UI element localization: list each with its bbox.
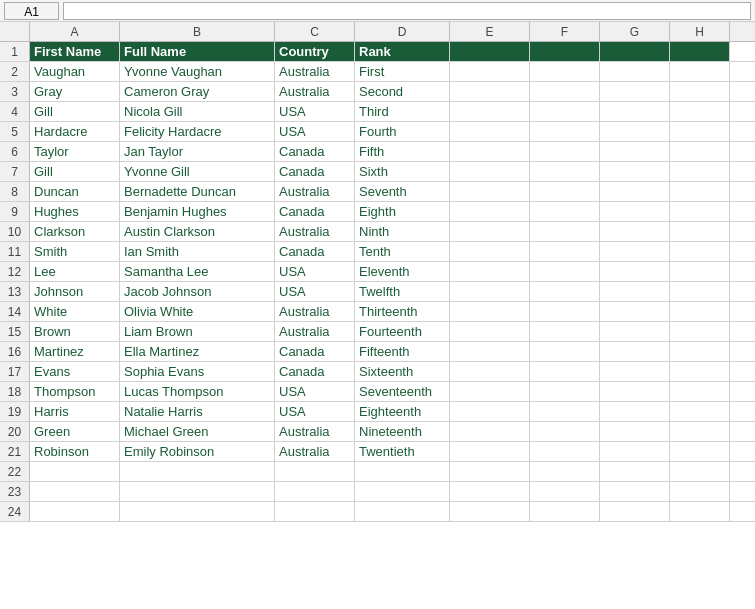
cell-b22[interactable] xyxy=(120,462,275,481)
cell-b24[interactable] xyxy=(120,502,275,521)
cell-e17[interactable] xyxy=(450,362,530,381)
cell-f19[interactable] xyxy=(530,402,600,421)
cell-h2[interactable] xyxy=(670,62,730,81)
col-header-b[interactable]: B xyxy=(120,22,275,41)
cell-a21[interactable]: Robinson xyxy=(30,442,120,461)
cell-a12[interactable]: Lee xyxy=(30,262,120,281)
cell-a14[interactable]: White xyxy=(30,302,120,321)
cell-d4[interactable]: Third xyxy=(355,102,450,121)
cell-h4[interactable] xyxy=(670,102,730,121)
cell-e15[interactable] xyxy=(450,322,530,341)
cell-f21[interactable] xyxy=(530,442,600,461)
cell-b7[interactable]: Yvonne Gill xyxy=(120,162,275,181)
cell-g8[interactable] xyxy=(600,182,670,201)
cell-g2[interactable] xyxy=(600,62,670,81)
cell-f17[interactable] xyxy=(530,362,600,381)
cell-g16[interactable] xyxy=(600,342,670,361)
cell-h19[interactable] xyxy=(670,402,730,421)
cell-b16[interactable]: Ella Martinez xyxy=(120,342,275,361)
cell-g10[interactable] xyxy=(600,222,670,241)
cell-f5[interactable] xyxy=(530,122,600,141)
cell-g14[interactable] xyxy=(600,302,670,321)
cell-a1[interactable]: First Name xyxy=(30,42,120,61)
cell-c2[interactable]: Australia xyxy=(275,62,355,81)
cell-d9[interactable]: Eighth xyxy=(355,202,450,221)
cell-c6[interactable]: Canada xyxy=(275,142,355,161)
cell-a10[interactable]: Clarkson xyxy=(30,222,120,241)
cell-h17[interactable] xyxy=(670,362,730,381)
cell-a24[interactable] xyxy=(30,502,120,521)
cell-d3[interactable]: Second xyxy=(355,82,450,101)
cell-h23[interactable] xyxy=(670,482,730,501)
cell-c7[interactable]: Canada xyxy=(275,162,355,181)
cell-d22[interactable] xyxy=(355,462,450,481)
cell-g21[interactable] xyxy=(600,442,670,461)
cell-b18[interactable]: Lucas Thompson xyxy=(120,382,275,401)
cell-e21[interactable] xyxy=(450,442,530,461)
col-header-f[interactable]: F xyxy=(530,22,600,41)
cell-d14[interactable]: Thirteenth xyxy=(355,302,450,321)
cell-g3[interactable] xyxy=(600,82,670,101)
cell-c3[interactable]: Australia xyxy=(275,82,355,101)
col-header-c[interactable]: C xyxy=(275,22,355,41)
cell-b3[interactable]: Cameron Gray xyxy=(120,82,275,101)
cell-f9[interactable] xyxy=(530,202,600,221)
cell-a11[interactable]: Smith xyxy=(30,242,120,261)
cell-e14[interactable] xyxy=(450,302,530,321)
cell-c5[interactable]: USA xyxy=(275,122,355,141)
cell-d11[interactable]: Tenth xyxy=(355,242,450,261)
cell-e19[interactable] xyxy=(450,402,530,421)
cell-e24[interactable] xyxy=(450,502,530,521)
cell-a19[interactable]: Harris xyxy=(30,402,120,421)
cell-f8[interactable] xyxy=(530,182,600,201)
cell-e11[interactable] xyxy=(450,242,530,261)
cell-g19[interactable] xyxy=(600,402,670,421)
cell-h7[interactable] xyxy=(670,162,730,181)
cell-a4[interactable]: Gill xyxy=(30,102,120,121)
cell-b1[interactable]: Full Name xyxy=(120,42,275,61)
cell-f24[interactable] xyxy=(530,502,600,521)
cell-e1[interactable] xyxy=(450,42,530,61)
cell-d23[interactable] xyxy=(355,482,450,501)
cell-h22[interactable] xyxy=(670,462,730,481)
cell-e6[interactable] xyxy=(450,142,530,161)
col-header-a[interactable]: A xyxy=(30,22,120,41)
cell-a8[interactable]: Duncan xyxy=(30,182,120,201)
cell-h8[interactable] xyxy=(670,182,730,201)
cell-d15[interactable]: Fourteenth xyxy=(355,322,450,341)
col-header-g[interactable]: G xyxy=(600,22,670,41)
cell-f2[interactable] xyxy=(530,62,600,81)
cell-b19[interactable]: Natalie Harris xyxy=(120,402,275,421)
cell-d6[interactable]: Fifth xyxy=(355,142,450,161)
cell-e10[interactable] xyxy=(450,222,530,241)
cell-d24[interactable] xyxy=(355,502,450,521)
cell-a22[interactable] xyxy=(30,462,120,481)
cell-c16[interactable]: Canada xyxy=(275,342,355,361)
cell-f4[interactable] xyxy=(530,102,600,121)
cell-c1[interactable]: Country xyxy=(275,42,355,61)
cell-d17[interactable]: Sixteenth xyxy=(355,362,450,381)
cell-f22[interactable] xyxy=(530,462,600,481)
cell-g11[interactable] xyxy=(600,242,670,261)
cell-g23[interactable] xyxy=(600,482,670,501)
cell-h3[interactable] xyxy=(670,82,730,101)
cell-d12[interactable]: Eleventh xyxy=(355,262,450,281)
cell-d16[interactable]: Fifteenth xyxy=(355,342,450,361)
cell-c13[interactable]: USA xyxy=(275,282,355,301)
cell-c20[interactable]: Australia xyxy=(275,422,355,441)
cell-h21[interactable] xyxy=(670,442,730,461)
cell-e22[interactable] xyxy=(450,462,530,481)
cell-g7[interactable] xyxy=(600,162,670,181)
cell-f18[interactable] xyxy=(530,382,600,401)
cell-b6[interactable]: Jan Taylor xyxy=(120,142,275,161)
cell-a7[interactable]: Gill xyxy=(30,162,120,181)
cell-h24[interactable] xyxy=(670,502,730,521)
cell-a20[interactable]: Green xyxy=(30,422,120,441)
cell-b5[interactable]: Felicity Hardacre xyxy=(120,122,275,141)
cell-a5[interactable]: Hardacre xyxy=(30,122,120,141)
cell-d18[interactable]: Seventeenth xyxy=(355,382,450,401)
cell-c17[interactable]: Canada xyxy=(275,362,355,381)
cell-g6[interactable] xyxy=(600,142,670,161)
cell-e20[interactable] xyxy=(450,422,530,441)
cell-h6[interactable] xyxy=(670,142,730,161)
